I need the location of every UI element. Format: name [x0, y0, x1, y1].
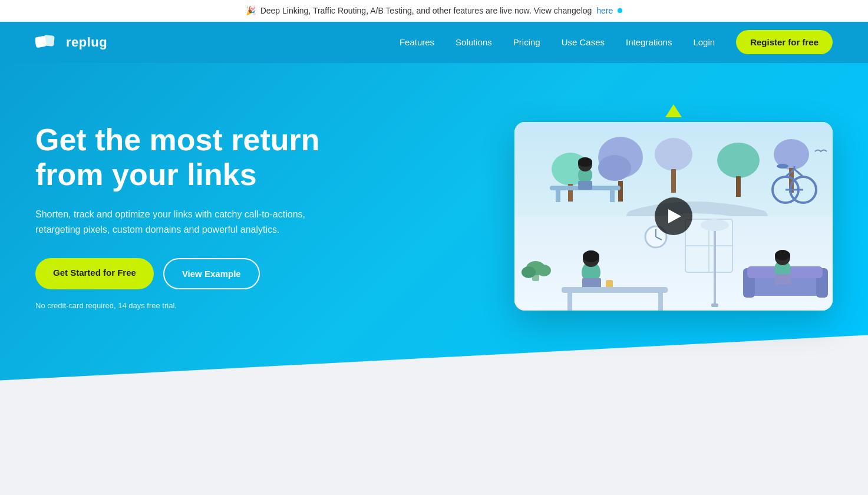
svg-rect-19: [610, 190, 615, 202]
announcement-link[interactable]: here: [596, 6, 613, 15]
nav-link-solutions[interactable]: Solutions: [456, 37, 492, 47]
svg-point-48: [583, 250, 599, 262]
svg-point-41: [537, 265, 551, 276]
nav-link-use-cases[interactable]: Use Cases: [562, 37, 605, 47]
video-thumbnail[interactable]: [514, 122, 833, 311]
announcement-bar: 🎉 Deep Linking, Traffic Routing, A/B Tes…: [0, 0, 868, 22]
announcement-text: Deep Linking, Traffic Routing, A/B Testi…: [260, 6, 592, 15]
hero-content: Get the most return from your links Shor…: [35, 123, 342, 311]
svg-point-53: [775, 250, 790, 260]
view-example-button[interactable]: View Example: [163, 258, 260, 289]
hero-section: Get the most return from your links Shor…: [0, 63, 868, 405]
logo[interactable]: replug: [35, 34, 107, 51]
svg-rect-12: [671, 169, 676, 193]
nav-link-features[interactable]: Features: [400, 37, 434, 47]
svg-point-30: [777, 164, 788, 169]
hero-subtitle: Shorten, track and optimize your links w…: [35, 207, 306, 237]
svg-rect-56: [567, 293, 572, 311]
logo-icon: [35, 34, 61, 51]
hero-visual: [514, 122, 833, 311]
hero-title: Get the most return from your links: [35, 123, 342, 193]
svg-point-40: [522, 266, 536, 278]
svg-point-59: [701, 219, 729, 231]
svg-point-22: [578, 157, 592, 167]
svg-point-9: [598, 155, 631, 181]
svg-point-11: [655, 138, 692, 171]
svg-rect-54: [775, 274, 791, 285]
svg-rect-55: [562, 287, 668, 293]
nav-link-login[interactable]: Login: [693, 37, 715, 47]
logo-text: replug: [66, 35, 107, 50]
svg-rect-23: [578, 181, 592, 190]
main-nav: replug Features Solutions Pricing Use Ca…: [0, 22, 868, 63]
hero-buttons: Get Started for Free View Example: [35, 258, 342, 289]
play-button[interactable]: [655, 197, 692, 235]
svg-rect-1: [43, 35, 55, 47]
svg-point-13: [717, 143, 760, 178]
announcement-dot: [618, 8, 622, 13]
svg-rect-57: [658, 293, 663, 311]
nav-links: Features Solutions Pricing Use Cases Int…: [400, 37, 833, 48]
svg-rect-60: [711, 303, 718, 307]
announcement-emoji: 🎉: [246, 6, 256, 15]
nav-link-integrations[interactable]: Integrations: [626, 37, 672, 47]
hero-note: No credit-card required, 14 days free tr…: [35, 301, 342, 310]
svg-rect-18: [556, 190, 560, 202]
triangle-decoration: [665, 104, 682, 117]
register-button[interactable]: Register for free: [736, 30, 833, 54]
svg-rect-14: [736, 176, 741, 197]
get-started-button[interactable]: Get Started for Free: [35, 258, 154, 289]
nav-link-pricing[interactable]: Pricing: [513, 37, 540, 47]
svg-rect-10: [618, 181, 623, 202]
